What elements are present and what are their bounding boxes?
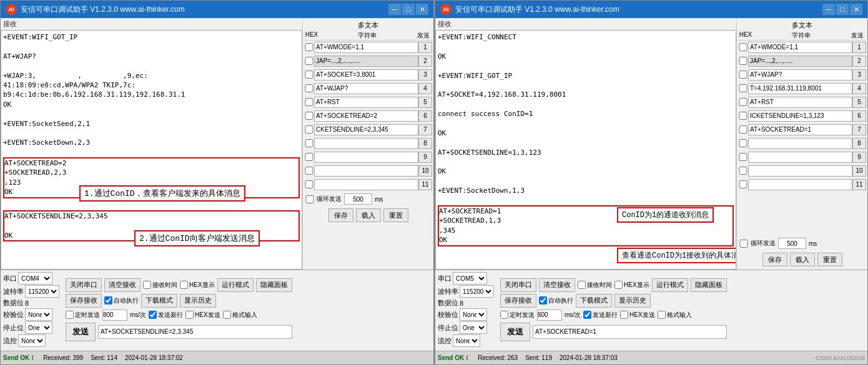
- cmd-send-1-3[interactable]: 3: [418, 69, 432, 80]
- load-multi-btn-1[interactable]: 载入: [356, 208, 381, 222]
- cmd-input-2-6[interactable]: [748, 110, 852, 122]
- cmd-send-2-6[interactable]: 6: [852, 110, 866, 122]
- close-port-btn-2[interactable]: 关闭串口: [500, 278, 536, 292]
- cmd-chk-2-3[interactable]: [738, 71, 748, 79]
- cmd-send-2-8[interactable]: 8: [852, 138, 866, 149]
- flow-select-2[interactable]: None: [453, 334, 480, 347]
- cmd-input-1-7[interactable]: [314, 124, 418, 135]
- cmd-input-2-1[interactable]: [748, 42, 852, 53]
- format-input-chk-2[interactable]: 格式输入: [658, 311, 692, 319]
- cmd-send-2-4[interactable]: 4: [852, 83, 866, 94]
- port-select-1[interactable]: COM4: [18, 272, 52, 285]
- send-input-1[interactable]: [98, 325, 292, 339]
- stop-select-2[interactable]: One: [460, 321, 487, 334]
- clear-recv-btn-2[interactable]: 清空接收: [539, 278, 575, 292]
- verify-select-1[interactable]: None: [25, 308, 52, 321]
- cmd-send-1-6[interactable]: 6: [418, 110, 432, 122]
- cycle-chk-2[interactable]: [739, 240, 748, 248]
- cmd-send-2-7[interactable]: 7: [852, 124, 866, 135]
- send-btn-2[interactable]: 发送: [500, 323, 530, 341]
- auto-exec-chk-1[interactable]: 自动执行: [104, 294, 139, 308]
- save-recv-btn-2[interactable]: 保存接收: [500, 294, 536, 308]
- port-select-2[interactable]: COM5: [453, 272, 487, 285]
- cmd-input-1-4[interactable]: [314, 83, 418, 94]
- minimize-btn-1[interactable]: ─: [388, 4, 401, 15]
- run-mode-btn-2[interactable]: 运行模式: [652, 278, 688, 292]
- cmd-chk-2-7[interactable]: [738, 125, 748, 134]
- stop-select-1[interactable]: One: [25, 321, 52, 334]
- send-input-2[interactable]: [533, 325, 727, 339]
- show-history-btn-1[interactable]: 显示历史: [180, 294, 216, 308]
- cmd-input-1-3[interactable]: [314, 69, 418, 80]
- close-btn-win-1[interactable]: ✕: [416, 4, 428, 15]
- cmd-send-2-1[interactable]: 1: [852, 42, 866, 53]
- cycle-input-1[interactable]: [344, 193, 372, 205]
- cmd-chk-2-2[interactable]: [738, 57, 748, 65]
- cmd-input-2-2[interactable]: [748, 56, 852, 67]
- cmd-input-2-5[interactable]: [748, 97, 852, 108]
- run-mode-btn-1[interactable]: 运行模式: [217, 278, 254, 292]
- win-controls-2[interactable]: ─ □ ✕: [822, 4, 862, 15]
- hide-panel-btn-1[interactable]: 隐藏面板: [256, 278, 292, 292]
- cmd-chk-1-4[interactable]: [304, 84, 314, 92]
- reset-multi-btn-1[interactable]: 重置: [383, 208, 408, 222]
- recv-time-chk-1[interactable]: 接收时间: [143, 278, 177, 292]
- newline-chk-1[interactable]: 发送新行: [149, 311, 183, 319]
- cmd-send-1-9[interactable]: 9: [418, 152, 432, 163]
- clear-recv-btn-1[interactable]: 清空接收: [104, 278, 141, 292]
- cmd-chk-2-4[interactable]: [738, 84, 748, 92]
- cmd-send-1-5[interactable]: 5: [418, 97, 432, 108]
- cmd-send-2-3[interactable]: 3: [852, 69, 866, 80]
- timer-send-chk-1[interactable]: 定时发送: [66, 311, 100, 319]
- cmd-send-2-11[interactable]: 11: [852, 179, 866, 190]
- save-recv-btn-1[interactable]: 保存接收: [66, 294, 102, 308]
- maximize-btn-2[interactable]: □: [836, 4, 849, 15]
- download-mode-btn-1[interactable]: 下载模式: [141, 294, 177, 308]
- cmd-send-1-2[interactable]: 2: [418, 56, 432, 67]
- cmd-chk-1-2[interactable]: [304, 57, 314, 65]
- cmd-input-2-4[interactable]: [748, 83, 852, 94]
- cycle-input-2[interactable]: [778, 238, 806, 249]
- baud-select-2[interactable]: 115200: [460, 285, 494, 298]
- reset-multi-btn-2[interactable]: 重置: [817, 253, 842, 266]
- cmd-input-2-7[interactable]: [748, 124, 852, 135]
- close-btn-win-2[interactable]: ✕: [850, 4, 862, 15]
- cmd-chk-2-6[interactable]: [738, 112, 748, 120]
- timer-val-1[interactable]: [102, 309, 127, 321]
- minimize-btn-2[interactable]: ─: [822, 4, 835, 15]
- cmd-chk-1-7[interactable]: [304, 125, 314, 134]
- cmd-send-2-9[interactable]: 9: [852, 152, 866, 163]
- cmd-input-1-8[interactable]: [314, 138, 418, 149]
- cmd-chk-1-10[interactable]: [304, 167, 314, 175]
- verify-select-2[interactable]: None: [460, 308, 487, 321]
- cmd-chk-2-8[interactable]: [738, 139, 748, 147]
- cmd-chk-2-5[interactable]: [738, 98, 748, 106]
- cmd-input-1-6[interactable]: [314, 110, 418, 122]
- cmd-input-2-3[interactable]: [748, 69, 852, 80]
- cmd-chk-1-1[interactable]: [304, 43, 314, 51]
- cmd-input-2-11[interactable]: [748, 179, 852, 190]
- show-history-btn-2[interactable]: 显示历史: [614, 294, 651, 308]
- cmd-chk-1-3[interactable]: [304, 71, 314, 79]
- download-mode-btn-2[interactable]: 下载模式: [576, 294, 612, 308]
- cmd-input-1-11[interactable]: [314, 179, 418, 190]
- cmd-input-2-9[interactable]: [748, 152, 852, 163]
- cmd-chk-1-6[interactable]: [304, 112, 314, 120]
- cmd-input-1-2[interactable]: [314, 56, 418, 67]
- cmd-chk-2-1[interactable]: [738, 43, 748, 51]
- maximize-btn-1[interactable]: □: [402, 4, 415, 15]
- cycle-chk-1[interactable]: [305, 195, 314, 203]
- cmd-input-1-9[interactable]: [314, 152, 418, 163]
- cmd-chk-1-9[interactable]: [304, 153, 314, 161]
- cmd-chk-1-5[interactable]: [304, 98, 314, 106]
- cmd-chk-2-9[interactable]: [738, 153, 748, 161]
- cmd-chk-1-8[interactable]: [304, 139, 314, 147]
- cmd-input-2-8[interactable]: [748, 138, 852, 149]
- win-controls-1[interactable]: ─ □ ✕: [388, 4, 428, 15]
- cmd-input-2-10[interactable]: [748, 165, 852, 177]
- send-btn-1[interactable]: 发送: [66, 323, 96, 341]
- hex-send-chk-2[interactable]: HEX发送: [620, 311, 655, 319]
- cmd-send-1-10[interactable]: 10: [418, 165, 432, 177]
- cmd-send-2-5[interactable]: 5: [852, 97, 866, 108]
- hex-display-chk-2[interactable]: HEX显示: [614, 278, 649, 292]
